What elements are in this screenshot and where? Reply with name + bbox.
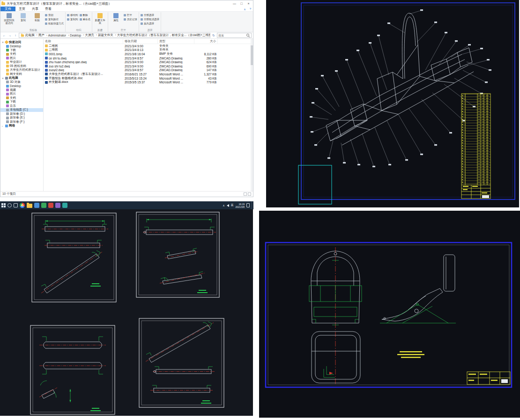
forward-button[interactable]: → [7, 34, 12, 37]
copy-path-button[interactable]: 复制路径 [45, 18, 64, 21]
back-button[interactable]: ← [2, 34, 7, 37]
nav-quick-access[interactable]: ∨快速访问 [0, 40, 43, 44]
nav-item-downloads[interactable]: 下载 [0, 48, 43, 52]
crumb-current-folder[interactable]: 大学生方程式赛车设计（整车车架设计，标准安全...（含cad图+三维图） [114, 33, 210, 37]
tab-home[interactable]: 主页 [15, 7, 29, 11]
up-button[interactable]: ↑ [13, 34, 18, 37]
file-row[interactable]: 开题报告 标题格式改.doc 2015/5/13 15:24 Microsoft… [44, 76, 253, 81]
notification-center-icon[interactable] [246, 203, 250, 207]
paste-icon [35, 13, 40, 18]
nav-item-documents[interactable]: 文档 [0, 52, 43, 57]
thumbnail-view-icon[interactable] [248, 192, 251, 196]
close-button[interactable]: × [245, 0, 252, 7]
file-row[interactable]: zhu huan zhicheng gan.dwg 2021/3/4 9:00 … [44, 60, 253, 64]
invert-selection-button[interactable]: 反向选择 [141, 22, 159, 25]
ime-indicator[interactable]: 英 [231, 203, 234, 207]
nav-item-custom-2[interactable]: 05 图纸资料 [0, 64, 43, 68]
start-button[interactable] [1, 203, 6, 207]
show-desktop-button[interactable] [252, 201, 253, 209]
nav-item-local-disk-c[interactable]: 本地磁盘 (C:) [0, 108, 43, 112]
nav-item-pictures[interactable]: 图片 [0, 56, 43, 60]
ribbon-collapse-icon[interactable]: ∧ [242, 7, 247, 11]
select-none-button[interactable]: 全部取消选择 [141, 18, 159, 21]
nav-item-volume-f[interactable]: 新加卷 (F:) [0, 120, 43, 124]
refresh-icon[interactable]: ↻ [211, 34, 216, 37]
file-row[interactable]: 0001.bmp 2021/3/8 16:04 BMP 文件 8,112 KB [44, 52, 253, 56]
title-bar[interactable]: 大学生方程式赛车设计（整车车架设计，标准安全...（含cad图+三维图） — □… [0, 0, 253, 7]
nav-item-pc-downloads[interactable]: 下载 [0, 100, 43, 104]
nav-network[interactable]: ›网络 [0, 124, 43, 128]
nav-item-pc-desktop[interactable]: Desktop [0, 84, 43, 88]
crumb-folder-1[interactable]: 大漂亮 [82, 33, 94, 37]
tray-chevron-icon[interactable]: ∧ [223, 204, 224, 207]
file-row[interactable]: 二维图 2021/3/4 9:00 文件夹 [44, 44, 253, 48]
nav-item-custom-3[interactable]: 大学生方程式赛车设计 [0, 68, 43, 73]
copy-button[interactable]: 复制 [17, 12, 30, 22]
history-button[interactable]: 历史记录 [124, 18, 137, 21]
minimize-button[interactable]: — [231, 0, 238, 7]
file-row[interactable]: 大学生方程式赛车设计（整车车架设计... 2016/6/21 15:27 Mic… [44, 72, 253, 76]
paste-shortcut-button[interactable]: 粘贴快捷方式 [45, 22, 64, 25]
nav-this-pc[interactable]: ∨此电脑 [0, 76, 43, 81]
crumb-administrator[interactable]: Administrator [45, 34, 66, 37]
tab-view[interactable]: 查看 [42, 7, 55, 11]
tab-share[interactable]: 共享 [29, 7, 42, 11]
column-name[interactable]: 名称 [44, 39, 123, 44]
taskbar-clock[interactable]: 16:19 2021/3/8 [236, 203, 245, 208]
search-box[interactable] [217, 33, 252, 38]
move-to-button[interactable]: 移动到 [67, 14, 78, 17]
nav-item-volume-d[interactable]: 新加卷 (D:) [0, 112, 43, 116]
file-explorer-icon[interactable] [27, 204, 32, 208]
nav-item-3d-objects[interactable]: 3D 对象 [0, 80, 43, 84]
select-all-button[interactable]: 全部选择 [141, 14, 159, 17]
file-row[interactable]: ce shi tu.dwg 2021/3/4 8:57 ZWCAD.Drawin… [44, 56, 253, 60]
taskbar-app-icon-2[interactable] [41, 203, 46, 208]
file-row[interactable]: 三维图 2021/3/4 8:13 文件夹 [44, 48, 253, 52]
nav-item-volume-e[interactable]: 新加卷 (E:) [0, 116, 43, 120]
nav-item-pc-documents[interactable]: 文档 [0, 96, 43, 100]
nav-item-music[interactable]: 音乐 [0, 104, 43, 108]
column-type[interactable]: 类型 [158, 39, 194, 44]
taskbar-app-icon-3[interactable] [48, 203, 53, 208]
crumb-users[interactable]: 用户 [36, 33, 45, 37]
column-date[interactable]: 修改日期 [123, 39, 158, 44]
tab-file[interactable]: 文件 [0, 7, 15, 11]
taskbar-app-icon-5[interactable] [62, 203, 67, 208]
open-button[interactable]: 打开 [124, 14, 137, 17]
nav-item-pc-pictures[interactable]: 图片 [0, 92, 43, 96]
task-view-button[interactable] [14, 203, 18, 207]
scrollbar[interactable] [251, 39, 253, 191]
details-view-icon[interactable] [244, 192, 247, 196]
help-icon[interactable]: ? [248, 7, 253, 11]
pin-to-quick-access-button[interactable]: 固定到快速访问 [3, 12, 15, 24]
part-drawing-4 [146, 322, 215, 404]
rename-button[interactable]: 重命名 [80, 18, 91, 21]
nav-item-desktop[interactable]: Desktop [0, 44, 43, 49]
search-input[interactable] [218, 34, 245, 37]
chassis-wireframe [326, 13, 474, 145]
chrome-icon[interactable] [20, 203, 25, 208]
properties-button[interactable]: 属性 [110, 12, 122, 22]
file-row[interactable]: 外文翻译.docx 2015/3/5 15:37 Microsoft Word … [44, 80, 253, 84]
taskbar-app-icon-1[interactable] [34, 203, 39, 208]
volume-icon[interactable] [227, 204, 229, 207]
cut-button[interactable]: 剪切 [45, 14, 64, 17]
nav-item-custom-1[interactable]: 毕业设计 [0, 60, 43, 65]
file-row[interactable]: zuo shi tu2.dwg 2021/3/4 9:00 ZWCAD.Draw… [44, 64, 253, 68]
crumb-this-pc[interactable]: 此电脑 [25, 33, 35, 37]
paste-button[interactable]: 粘贴 [31, 12, 44, 22]
file-row[interactable]: zuoyi2.dwg 2021/3/4 8:57 ZWCAD.Drawing 1… [44, 68, 253, 73]
crumb-desktop[interactable]: Desktop [67, 34, 81, 37]
nav-item-videos[interactable]: 视频 [0, 88, 43, 92]
scrollbar-thumb[interactable] [251, 45, 253, 65]
copy-to-button[interactable]: 复制到 [67, 18, 78, 21]
search-button[interactable] [7, 203, 12, 207]
delete-button[interactable]: 删除 [80, 14, 91, 17]
crumb-folder-2[interactable]: 新建文件夹 [95, 33, 113, 37]
maximize-button[interactable]: □ [238, 0, 245, 7]
breadcrumb[interactable]: 此电脑 用户 Administrator Desktop 大漂亮 新建文件夹 大… [19, 33, 210, 38]
taskbar-app-icon-4[interactable] [55, 203, 60, 208]
nav-item-custom-4[interactable]: 网文资料 [0, 72, 43, 76]
column-size[interactable]: 大小 [194, 39, 218, 44]
new-folder-button[interactable]: 新建文件夹 [94, 12, 106, 24]
